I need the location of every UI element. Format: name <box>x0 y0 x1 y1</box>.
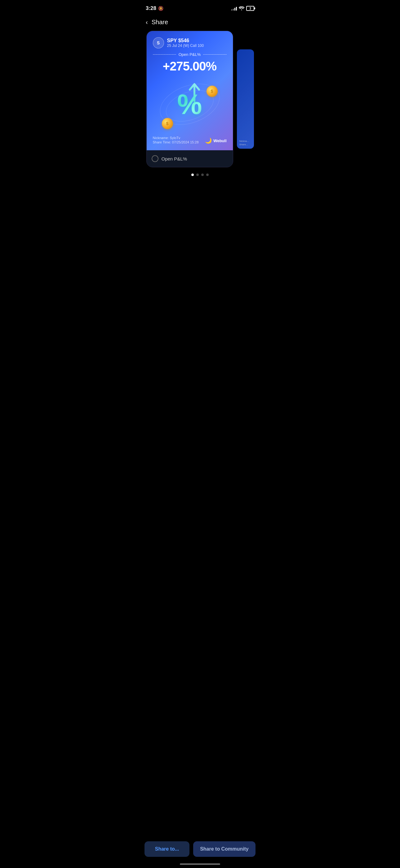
side-card-preview[interactable]: Nickna... Share... <box>237 49 254 149</box>
stock-name: SPY $546 <box>167 38 204 43</box>
stock-avatar: S <box>153 37 164 49</box>
dot-4[interactable] <box>206 174 209 176</box>
card-footer-inner: Nickname: SyloTv Share Time: 07/25/2024 … <box>153 132 227 144</box>
back-button[interactable]: ‹ <box>146 19 148 26</box>
dot-3[interactable] <box>201 174 204 176</box>
coin-left <box>162 118 173 129</box>
footer-nickname: Nickname: SyloTv <box>153 136 199 140</box>
card-bottom-label: Open P&L% <box>162 156 187 161</box>
bell-icon: 🔕 <box>158 6 163 11</box>
dot-1[interactable] <box>191 174 194 176</box>
share-card-main: S SPY $546 25 Jul 24 (W) Call 100 Open P… <box>146 31 233 167</box>
graphic-area: % <box>153 76 227 132</box>
stock-info: SPY $546 25 Jul 24 (W) Call 100 <box>167 38 204 48</box>
page-title: Share <box>152 19 168 26</box>
card-wrapper: S SPY $546 25 Jul 24 (W) Call 100 Open P… <box>143 31 257 167</box>
pnl-dash-left <box>153 54 176 55</box>
pnl-label: Open P&L% <box>178 52 201 57</box>
webull-brand-text: Webull <box>213 138 226 143</box>
card-image-area: S SPY $546 25 Jul 24 (W) Call 100 Open P… <box>147 31 233 150</box>
radio-button[interactable] <box>152 155 159 162</box>
status-right: 3 <box>231 6 254 11</box>
webull-crescent-icon: 🌙 <box>205 137 212 144</box>
pnl-value: +275.00% <box>153 59 227 73</box>
webull-logo: 🌙 Webull <box>205 137 226 144</box>
side-card-text: Nickna... Share... <box>239 140 252 146</box>
percent-graphic: % <box>159 76 221 132</box>
signal-bar-1 <box>231 9 232 10</box>
signal-bar-3 <box>234 8 235 10</box>
battery-level: 3 <box>249 7 251 10</box>
battery-indicator: 3 <box>246 6 254 11</box>
carousel[interactable]: S SPY $546 25 Jul 24 (W) Call 100 Open P… <box>139 31 261 167</box>
arrow-icon <box>187 78 202 104</box>
status-bar: 3:28 🔕 3 <box>139 0 261 16</box>
side-card-line-2: Share... <box>239 143 252 146</box>
card-bottom: Open P&L% <box>147 150 233 167</box>
content-area: S SPY $546 25 Jul 24 (W) Call 100 Open P… <box>139 31 261 213</box>
wifi-icon <box>239 6 244 11</box>
header: ‹ Share <box>139 16 261 31</box>
signal-bars <box>231 6 237 10</box>
side-card-line-1: Nickna... <box>239 140 252 143</box>
pnl-label-row: Open P&L% <box>153 52 227 57</box>
pagination-dots <box>139 174 261 176</box>
dot-2[interactable] <box>196 174 199 176</box>
footer-meta: Nickname: SyloTv Share Time: 07/25/2024 … <box>153 136 199 144</box>
card-header: S SPY $546 25 Jul 24 (W) Call 100 <box>153 37 227 49</box>
coin-right <box>206 86 218 97</box>
time-display: 3:28 <box>146 5 156 11</box>
signal-bar-4 <box>236 7 237 10</box>
footer-share-time: Share Time: 07/25/2024 15:28 <box>153 140 199 144</box>
stock-details: 25 Jul 24 (W) Call 100 <box>167 43 204 48</box>
status-time: 3:28 🔕 <box>146 5 163 11</box>
pnl-dash-right <box>203 54 226 55</box>
signal-bar-2 <box>233 9 234 10</box>
